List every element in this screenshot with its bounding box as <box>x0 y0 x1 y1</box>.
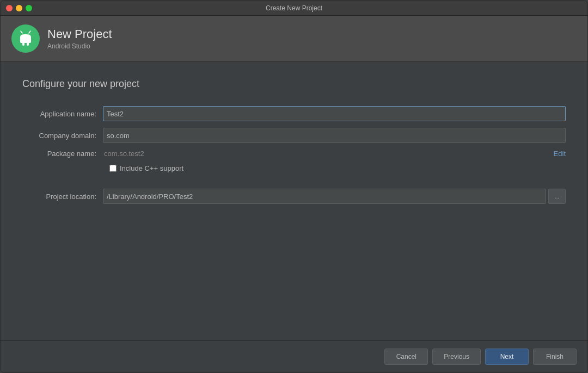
next-button[interactable]: Next <box>485 349 529 365</box>
package-name-value: com.so.test2 <box>104 150 144 158</box>
minimize-button[interactable] <box>16 5 22 11</box>
company-domain-label: Company domain: <box>22 132 103 140</box>
cpp-support-label[interactable]: Include C++ support <box>109 164 183 172</box>
application-name-input[interactable] <box>103 106 566 121</box>
cpp-support-row: Include C++ support <box>22 164 566 172</box>
project-location-label: Project location: <box>22 192 103 201</box>
company-domain-group: Company domain: <box>22 128 566 143</box>
svg-line-2 <box>21 31 22 33</box>
maximize-button[interactable] <box>26 5 32 11</box>
section-title: Configure your new project <box>22 78 566 90</box>
window: Create New Project New Project Android S… <box>0 0 588 373</box>
cpp-support-checkbox[interactable] <box>109 165 117 172</box>
location-input-wrapper: ... <box>103 189 566 204</box>
cpp-support-text: Include C++ support <box>120 164 183 172</box>
project-location-input[interactable] <box>103 189 546 204</box>
project-location-group: Project location: ... <box>22 189 566 204</box>
package-value-wrapper: com.so.test2 Edit <box>103 150 566 158</box>
application-name-label: Application name: <box>22 110 103 118</box>
android-logo <box>11 24 40 53</box>
application-name-group: Application name: <box>22 106 566 121</box>
header: New Project Android Studio <box>1 16 587 62</box>
package-name-group: Package name: com.so.test2 Edit <box>22 150 566 158</box>
android-icon <box>17 30 34 47</box>
title-bar: Create New Project <box>1 1 587 16</box>
svg-line-3 <box>29 31 30 33</box>
company-domain-input[interactable] <box>103 128 566 143</box>
header-text: New Project Android Studio <box>47 27 112 50</box>
app-subtitle: Android Studio <box>47 42 112 50</box>
edit-package-link[interactable]: Edit <box>554 150 566 158</box>
package-name-label: Package name: <box>22 150 103 158</box>
finish-button[interactable]: Finish <box>533 349 577 365</box>
previous-button[interactable]: Previous <box>432 349 481 365</box>
cancel-button[interactable]: Cancel <box>384 349 428 365</box>
footer: Cancel Previous Next Finish <box>1 340 587 372</box>
window-title: Create New Project <box>266 4 322 12</box>
app-name: New Project <box>47 27 112 41</box>
close-button[interactable] <box>6 5 13 11</box>
window-controls <box>6 5 32 11</box>
browse-button[interactable]: ... <box>548 189 566 204</box>
main-content: Configure your new project Application n… <box>1 62 587 340</box>
